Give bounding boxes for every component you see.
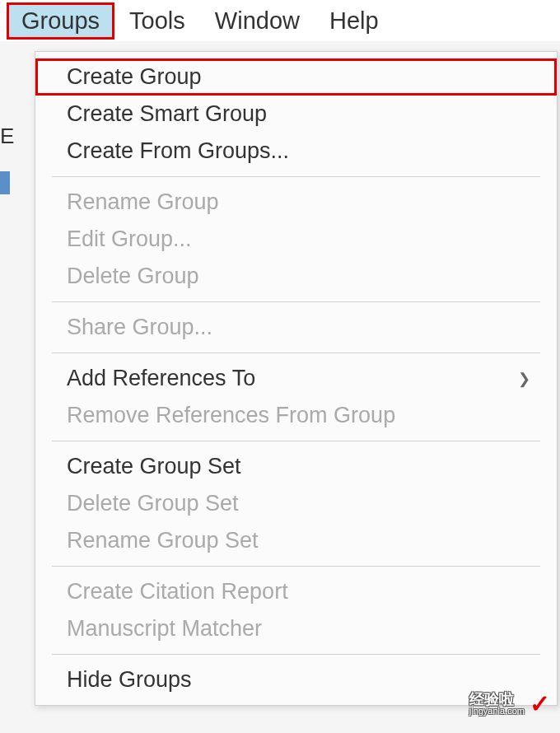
menu-delete-group: Delete Group [35,258,557,295]
menu-remove-references: Remove References From Group [35,397,557,434]
menu-create-smart-group[interactable]: Create Smart Group [35,96,557,133]
menu-groups[interactable]: Groups [7,2,114,40]
checkmark-icon: ✓ [530,689,550,718]
menu-rename-group-set: Rename Group Set [35,522,557,559]
menu-create-group[interactable]: Create Group [35,58,557,96]
menu-delete-group-set: Delete Group Set [35,485,557,522]
menu-window[interactable]: Window [200,2,315,40]
menu-add-references-to[interactable]: Add References To ❯ [35,360,557,397]
groups-dropdown: Create Group Create Smart Group Create F… [35,51,558,706]
watermark-main: 经验啦 [469,692,525,707]
watermark-sub: jingyanla.com [469,707,525,716]
menu-item-label: Add References To [67,366,255,390]
separator [52,654,540,655]
menu-rename-group: Rename Group [35,184,557,221]
separator [52,301,540,302]
menu-create-group-set[interactable]: Create Group Set [35,448,557,485]
menu-tools[interactable]: Tools [114,2,200,40]
menu-create-from-groups[interactable]: Create From Groups... [35,133,557,170]
chevron-right-icon: ❯ [518,370,530,388]
menu-manuscript-matcher: Manuscript Matcher [35,610,557,647]
left-edge-text: E [0,124,15,149]
separator [52,566,540,567]
separator [52,176,540,177]
menu-edit-group: Edit Group... [35,221,557,258]
separator [52,352,540,353]
separator [52,441,540,441]
left-edge-highlight [0,171,10,194]
menu-help[interactable]: Help [315,2,394,40]
menu-create-citation-report: Create Citation Report [35,573,557,610]
menu-share-group: Share Group... [35,309,557,346]
menubar: Groups Tools Window Help [0,0,560,41]
watermark: 经验啦 jingyanla.com ✓ [469,689,550,718]
